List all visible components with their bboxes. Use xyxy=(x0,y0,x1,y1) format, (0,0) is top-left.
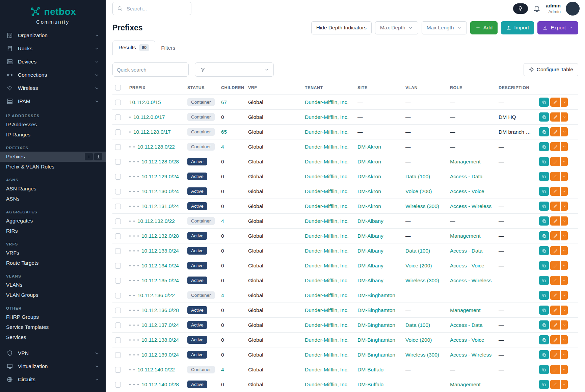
prefix-link[interactable]: 10.112.0.0/15 xyxy=(129,99,161,105)
edit-dropdown-button[interactable] xyxy=(561,380,568,389)
tenant-link[interactable]: Dunder-Mifflin, Inc. xyxy=(305,233,349,239)
sidebar-item-route-targets[interactable]: Route Targets xyxy=(0,258,106,268)
copy-button[interactable] xyxy=(539,202,549,211)
prefix-link[interactable]: 10.112.128.0/22 xyxy=(137,144,175,150)
prefix-link[interactable]: 10.112.132.0/28 xyxy=(141,233,179,239)
row-checkbox[interactable] xyxy=(115,129,121,135)
max-length-dropdown[interactable]: Max Length xyxy=(422,21,467,34)
tenant-link[interactable]: Dunder-Mifflin, Inc. xyxy=(305,263,349,268)
edit-dropdown-button[interactable] xyxy=(561,320,568,330)
edit-dropdown-button[interactable] xyxy=(561,172,568,181)
quick-import-button[interactable] xyxy=(94,153,102,160)
site-link[interactable]: DM-Albany xyxy=(357,248,383,254)
role-link[interactable]: Access - Data xyxy=(450,248,482,254)
vlan-link[interactable]: Data (100) xyxy=(405,322,430,328)
tenant-link[interactable]: Dunder-Mifflin, Inc. xyxy=(305,159,349,164)
copy-button[interactable] xyxy=(539,98,549,107)
row-checkbox[interactable] xyxy=(115,308,121,313)
sidebar-item-fhrp-groups[interactable]: FHRP Groups xyxy=(0,312,106,322)
site-link[interactable]: DM-Albany xyxy=(357,233,383,239)
edit-dropdown-button[interactable] xyxy=(561,157,568,166)
prefix-link[interactable]: 10.112.135.0/24 xyxy=(141,278,179,284)
tenant-link[interactable]: Dunder-Mifflin, Inc. xyxy=(305,248,349,254)
children-link[interactable]: 4 xyxy=(221,367,224,372)
role-link[interactable]: Access - Voice xyxy=(450,188,484,194)
children-link[interactable]: 65 xyxy=(221,129,227,135)
role-link[interactable]: Access - Wireless xyxy=(450,203,491,209)
copy-button[interactable] xyxy=(539,320,549,330)
vlan-link[interactable]: Voice (200) xyxy=(405,188,432,194)
row-checkbox[interactable] xyxy=(115,144,121,150)
sidebar-item-connections[interactable]: Connections xyxy=(0,68,106,81)
copy-button[interactable] xyxy=(539,246,549,255)
tab-results[interactable]: Results 90 xyxy=(112,41,155,55)
edit-dropdown-button[interactable] xyxy=(561,187,568,196)
copy-button[interactable] xyxy=(539,112,549,122)
vlan-link[interactable]: Data (100) xyxy=(405,248,430,254)
copy-button[interactable] xyxy=(539,335,549,344)
site-link[interactable]: DM-Akron xyxy=(357,203,381,209)
export-dropdown-button[interactable]: Export xyxy=(537,21,578,34)
site-link[interactable]: DM-Albany xyxy=(357,218,383,224)
edit-dropdown-button[interactable] xyxy=(561,291,568,300)
tenant-link[interactable]: Dunder-Mifflin, Inc. xyxy=(305,144,349,150)
prefix-link[interactable]: 10.112.132.0/22 xyxy=(137,218,175,224)
sidebar-item-racks[interactable]: Racks xyxy=(0,42,106,55)
hide-depth-indicators-button[interactable]: Hide Depth Indicators xyxy=(311,21,372,34)
tab-filters[interactable]: Filters xyxy=(155,42,181,55)
edit-button[interactable] xyxy=(550,380,560,389)
row-checkbox[interactable] xyxy=(115,337,121,343)
site-link[interactable]: DM-Binghamton xyxy=(357,352,395,358)
edit-button[interactable] xyxy=(550,350,560,359)
tenant-link[interactable]: Dunder-Mifflin, Inc. xyxy=(305,203,349,209)
prefix-link[interactable]: 10.112.131.0/24 xyxy=(141,203,179,209)
sidebar-item-aggregates[interactable]: Aggregates xyxy=(0,216,106,226)
edit-button[interactable] xyxy=(550,202,560,211)
quick-add-button[interactable] xyxy=(85,153,93,160)
prefix-link[interactable]: 10.112.133.0/24 xyxy=(141,248,179,254)
prefix-link[interactable]: 10.112.137.0/24 xyxy=(141,322,179,328)
edit-dropdown-button[interactable] xyxy=(561,112,568,122)
edit-button[interactable] xyxy=(550,127,560,136)
column-header-role[interactable]: ROLE xyxy=(447,81,496,95)
edit-dropdown-button[interactable] xyxy=(561,261,568,270)
row-checkbox[interactable] xyxy=(115,248,121,254)
edit-dropdown-button[interactable] xyxy=(561,127,568,136)
role-link[interactable]: Access - Wireless xyxy=(450,278,491,283)
edit-button[interactable] xyxy=(550,216,560,226)
edit-button[interactable] xyxy=(550,306,560,315)
copy-button[interactable] xyxy=(539,142,549,151)
prefix-link[interactable]: 10.112.130.0/24 xyxy=(141,188,179,194)
prefix-link[interactable]: 10.112.140.0/28 xyxy=(141,382,179,388)
column-header-tenant[interactable]: TENANT xyxy=(302,81,355,95)
edit-dropdown-button[interactable] xyxy=(561,335,568,344)
column-header-vrf[interactable]: VRF xyxy=(245,81,302,95)
children-link[interactable]: 4 xyxy=(221,144,224,150)
edit-button[interactable] xyxy=(550,142,560,151)
vlan-link[interactable]: Wireless (300) xyxy=(405,352,439,358)
sidebar-item-vlan-groups[interactable]: VLAN Groups xyxy=(0,290,106,300)
edit-button[interactable] xyxy=(550,172,560,181)
site-link[interactable]: DM-Albany xyxy=(357,263,383,268)
edit-button[interactable] xyxy=(550,112,560,122)
sidebar-item-wireless[interactable]: Wireless xyxy=(0,81,106,95)
sidebar-item-virtualization[interactable]: Virtualization xyxy=(0,360,106,373)
tenant-link[interactable]: Dunder-Mifflin, Inc. xyxy=(305,292,349,298)
logo-area[interactable]: netbox Community xyxy=(0,0,106,29)
sidebar-item-prefixes[interactable]: Prefixes xyxy=(0,152,106,162)
prefix-link[interactable]: 10.112.140.0/22 xyxy=(137,367,175,373)
row-checkbox[interactable] xyxy=(115,100,121,105)
sidebar-item-asns[interactable]: ASNs xyxy=(0,194,106,204)
sidebar-item-organization[interactable]: Organization xyxy=(0,29,106,42)
tenant-link[interactable]: Dunder-Mifflin, Inc. xyxy=(305,218,349,224)
select-all-checkbox[interactable] xyxy=(115,85,121,90)
children-link[interactable]: 67 xyxy=(221,99,227,105)
sidebar-item-service-templates[interactable]: Service Templates xyxy=(0,322,106,332)
quick-search-input[interactable] xyxy=(112,62,189,77)
copy-button[interactable] xyxy=(539,380,549,389)
row-checkbox[interactable] xyxy=(115,204,121,209)
row-checkbox[interactable] xyxy=(115,174,121,180)
row-checkbox[interactable] xyxy=(115,218,121,224)
sidebar-item-vpn[interactable]: VPN xyxy=(0,346,106,360)
prefix-link[interactable]: 10.112.134.0/24 xyxy=(141,263,179,269)
